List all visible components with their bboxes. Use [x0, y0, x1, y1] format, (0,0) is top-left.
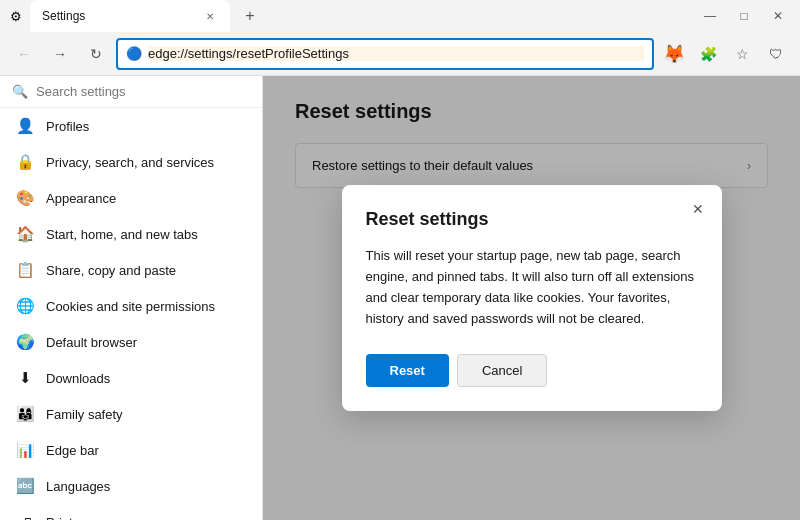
new-tab-button[interactable]: + [236, 2, 264, 30]
active-tab[interactable]: Settings ✕ [30, 0, 230, 32]
sidebar-item-cookies[interactable]: 🌐 Cookies and site permissions [0, 288, 262, 324]
sidebar-label-profiles: Profiles [46, 119, 89, 134]
maximize-button[interactable]: □ [730, 2, 758, 30]
sidebar-item-family-safety[interactable]: 👨‍👩‍👧 Family safety [0, 396, 262, 432]
forward-button[interactable]: → [44, 38, 76, 70]
sidebar-item-languages[interactable]: 🔤 Languages [0, 468, 262, 504]
share-icon: 📋 [16, 261, 34, 279]
tab-close-button[interactable]: ✕ [202, 8, 218, 24]
sidebar-label-cookies: Cookies and site permissions [46, 299, 215, 314]
sidebar-label-languages: Languages [46, 479, 110, 494]
dialog-body: This will reset your startup page, new t… [366, 246, 698, 329]
edge-bar-icon: 📊 [16, 441, 34, 459]
search-icon: 🔍 [12, 84, 28, 99]
sidebar-label-privacy: Privacy, search, and services [46, 155, 214, 170]
profiles-icon: 👤 [16, 117, 34, 135]
sidebar-item-printers[interactable]: 🖨 Printers [0, 504, 262, 520]
cookies-icon: 🌐 [16, 297, 34, 315]
settings-tab-icon: ⚙ [8, 8, 24, 24]
sidebar-item-share[interactable]: 📋 Share, copy and paste [0, 252, 262, 288]
printers-icon: 🖨 [16, 513, 34, 520]
sidebar-label-start-home: Start, home, and new tabs [46, 227, 198, 242]
address-input[interactable] [148, 46, 644, 61]
tab-title: Settings [42, 9, 194, 23]
back-button[interactable]: ← [8, 38, 40, 70]
dialog-title: Reset settings [366, 209, 698, 230]
sidebar-label-appearance: Appearance [46, 191, 116, 206]
cancel-button[interactable]: Cancel [457, 354, 547, 387]
sidebar-item-start-home[interactable]: 🏠 Start, home, and new tabs [0, 216, 262, 252]
family-safety-icon: 👨‍👩‍👧 [16, 405, 34, 423]
sidebar-label-edge-bar: Edge bar [46, 443, 99, 458]
appearance-icon: 🎨 [16, 189, 34, 207]
sidebar-item-privacy[interactable]: 🔒 Privacy, search, and services [0, 144, 262, 180]
dialog-close-button[interactable]: ✕ [686, 197, 710, 221]
sidebar-item-appearance[interactable]: 🎨 Appearance [0, 180, 262, 216]
reset-confirm-button[interactable]: Reset [366, 354, 449, 387]
sidebar-label-default-browser: Default browser [46, 335, 137, 350]
default-browser-icon: 🌍 [16, 333, 34, 351]
sidebar-item-default-browser[interactable]: 🌍 Default browser [0, 324, 262, 360]
sidebar-label-share: Share, copy and paste [46, 263, 176, 278]
dialog-actions: Reset Cancel [366, 354, 698, 387]
toolbar: ← → ↻ 🔵 🦊 🧩 ☆ 🛡 [0, 32, 800, 76]
search-box: 🔍 [0, 76, 262, 108]
sidebar-label-family-safety: Family safety [46, 407, 123, 422]
refresh-button[interactable]: ↻ [80, 38, 112, 70]
toolbar-icons: 🦊 🧩 ☆ 🛡 [658, 38, 792, 70]
languages-icon: 🔤 [16, 477, 34, 495]
minimize-button[interactable]: — [696, 2, 724, 30]
main-content: 🔍 👤 Profiles 🔒 Privacy, search, and serv… [0, 76, 800, 520]
reset-dialog: ✕ Reset settings This will reset your st… [342, 185, 722, 410]
sidebar-item-edge-bar[interactable]: 📊 Edge bar [0, 432, 262, 468]
sidebar-label-downloads: Downloads [46, 371, 110, 386]
search-input[interactable] [36, 84, 250, 99]
browser-frame: ⚙ Settings ✕ + — □ ✕ ← → ↻ 🔵 🦊 🧩 ☆ 🛡 [0, 0, 800, 520]
extensions-button[interactable]: 🧩 [692, 38, 724, 70]
start-home-icon: 🏠 [16, 225, 34, 243]
modal-overlay: ✕ Reset settings This will reset your st… [263, 76, 800, 520]
sidebar-item-downloads[interactable]: ⬇ Downloads [0, 360, 262, 396]
sidebar-label-printers: Printers [46, 515, 91, 521]
browser-essentials-button[interactable]: 🛡 [760, 38, 792, 70]
favorites-button[interactable]: ☆ [726, 38, 758, 70]
address-bar[interactable]: 🔵 [116, 38, 654, 70]
right-panel: Reset settings Restore settings to their… [263, 76, 800, 520]
downloads-icon: ⬇ [16, 369, 34, 387]
privacy-icon: 🔒 [16, 153, 34, 171]
close-window-button[interactable]: ✕ [764, 2, 792, 30]
title-bar-left: ⚙ [8, 8, 24, 24]
edge-menu-button[interactable]: 🦊 [658, 38, 690, 70]
title-bar: ⚙ Settings ✕ + — □ ✕ [0, 0, 800, 32]
secure-icon: 🔵 [126, 46, 142, 61]
sidebar: 🔍 👤 Profiles 🔒 Privacy, search, and serv… [0, 76, 263, 520]
sidebar-item-profiles[interactable]: 👤 Profiles [0, 108, 262, 144]
